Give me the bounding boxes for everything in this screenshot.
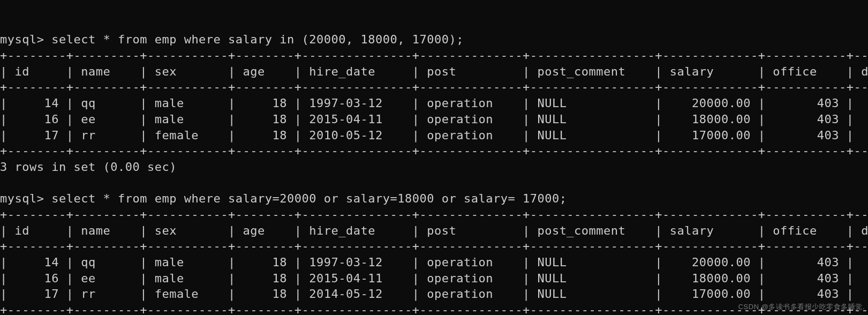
sql-query-1: select * from emp where salary in (20000… — [51, 33, 464, 46]
table1-sep-mid: +--------+---------+-----------+--------… — [0, 80, 868, 94]
prompt: mysql> — [0, 33, 51, 46]
table2-sep-top: +--------+---------+-----------+--------… — [0, 208, 868, 221]
result-summary-1: 3 rows in set (0.00 sec) — [0, 160, 177, 174]
table1-sep-top: +--------+---------+-----------+--------… — [0, 49, 868, 62]
table2-header: | id | name | sex | age | hire_date | po… — [0, 224, 868, 237]
query2-line: mysql> select * from emp where salary=20… — [0, 192, 567, 205]
table1-sep-bot: +--------+---------+-----------+--------… — [0, 144, 868, 158]
query1-line: mysql> select * from emp where salary in… — [0, 33, 464, 46]
table2-rows: | 14 | qq | male | 18 | 1997-03-12 | ope… — [0, 256, 868, 301]
table1-header: | id | name | sex | age | hire_date | po… — [0, 65, 868, 78]
table1-rows: | 14 | qq | male | 18 | 1997-03-12 | ope… — [0, 96, 868, 141]
table2-sep-mid: +--------+---------+-----------+--------… — [0, 239, 868, 253]
watermark: CSDN @多读书多看报少吃零食多睡觉. — [738, 302, 865, 312]
sql-query-2: select * from emp where salary=20000 or … — [51, 192, 567, 205]
prompt: mysql> — [0, 192, 51, 205]
